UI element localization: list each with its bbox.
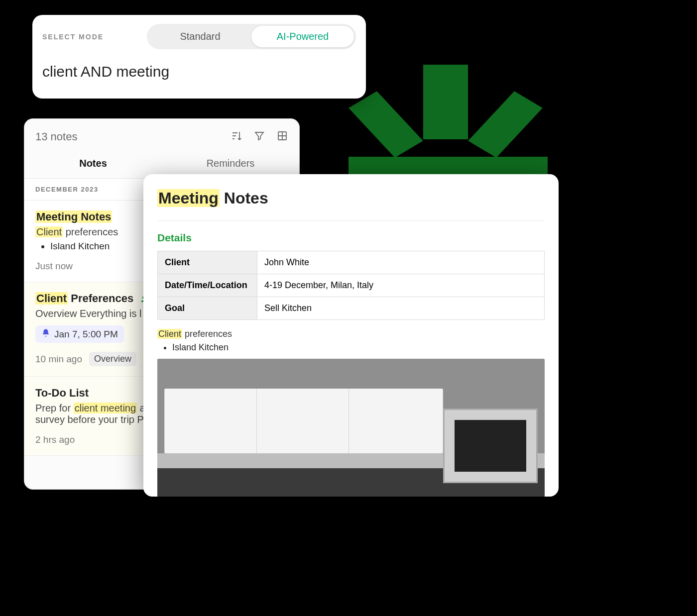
filter-icon[interactable] <box>253 130 265 144</box>
table-value: 4-19 December, Milan, Italy <box>257 274 545 297</box>
mode-toggle: Standard AI-Powered <box>147 24 356 49</box>
table-value: Sell Kitchen <box>257 297 545 320</box>
details-table: Client John White Date/Time/Location 4-1… <box>157 251 545 320</box>
details-heading: Details <box>157 232 545 244</box>
select-mode-label: SELECT MODE <box>42 33 104 41</box>
prefs-bullet: Island Kitchen <box>172 342 545 353</box>
tab-notes[interactable]: Notes <box>24 149 162 178</box>
table-label: Goal <box>158 297 257 320</box>
note-detail-title: Meeting Notes <box>157 189 545 221</box>
note-detail-panel: Meeting Notes Details Client John White … <box>143 174 559 497</box>
notes-count: 13 notes <box>35 130 77 143</box>
view-grid-icon[interactable] <box>276 130 288 144</box>
note-timestamp: 10 min ago <box>35 354 82 365</box>
reminder-time: Jan 7, 5:00 PM <box>54 329 118 340</box>
reminder-chip[interactable]: Jan 7, 5:00 PM <box>35 325 124 343</box>
search-card: SELECT MODE Standard AI-Powered <box>32 15 366 99</box>
prefs-line: Client preferences <box>157 329 545 339</box>
note-image <box>157 359 545 497</box>
table-row: Date/Time/Location 4-19 December, Milan,… <box>158 274 545 297</box>
table-label: Client <box>158 251 257 274</box>
search-input[interactable] <box>42 63 356 80</box>
table-row: Goal Sell Kitchen <box>158 297 545 320</box>
bell-icon <box>41 328 50 340</box>
notes-toolbar <box>231 130 288 144</box>
table-row: Client John White <box>158 251 545 274</box>
mode-standard[interactable]: Standard <box>149 26 251 47</box>
note-tag[interactable]: Overview <box>89 352 136 366</box>
table-label: Date/Time/Location <box>158 274 257 297</box>
mode-ai-powered[interactable]: AI-Powered <box>251 26 354 47</box>
table-value: John White <box>257 251 545 274</box>
sort-icon[interactable] <box>231 130 242 144</box>
